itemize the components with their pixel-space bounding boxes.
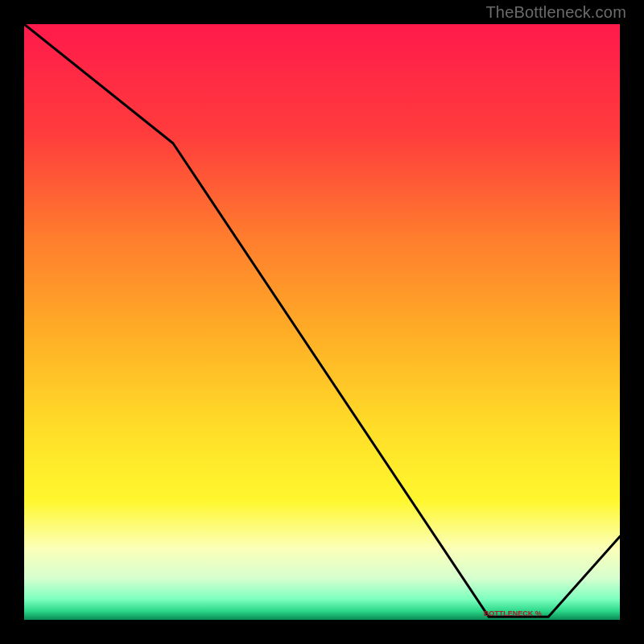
- chart-svg: BOTTLENECK %: [24, 24, 620, 620]
- chart-plot-area: BOTTLENECK % BOTTLENECK %: [24, 24, 620, 620]
- chart-background: [24, 24, 620, 620]
- bottleneck-band-label: BOTTLENECK %: [484, 609, 542, 617]
- watermark-text: TheBottleneck.com: [485, 3, 626, 22]
- chart-frame: BOTTLENECK % BOTTLENECK %: [24, 24, 620, 620]
